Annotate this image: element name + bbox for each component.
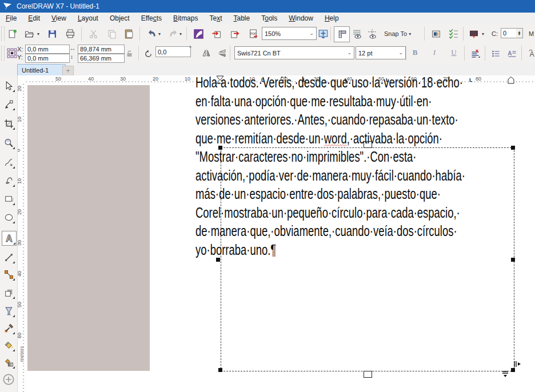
flip-vertical-button[interactable] bbox=[215, 46, 230, 61]
save-button[interactable] bbox=[45, 26, 59, 41]
menu-file[interactable]: File bbox=[0, 13, 22, 23]
dimension-tool[interactable] bbox=[2, 250, 15, 264]
text-alignment-button[interactable] bbox=[468, 46, 482, 61]
print-button[interactable] bbox=[63, 26, 78, 41]
open-button[interactable] bbox=[22, 26, 37, 41]
menu-view[interactable]: View bbox=[46, 13, 72, 23]
ruler-unit-label: meters bbox=[19, 346, 25, 362]
artistic-media-tool[interactable] bbox=[2, 174, 15, 187]
italic-button[interactable]: I bbox=[428, 46, 441, 59]
character-formatting-button[interactable]: A bbox=[525, 46, 535, 61]
font-size-combo[interactable]: 12 pt ⌄ bbox=[356, 46, 406, 59]
c-spinner-arrows[interactable]: ▲▼ bbox=[516, 28, 523, 38]
drop-cap-button[interactable]: A bbox=[504, 46, 519, 61]
fullscreen-preview-button[interactable] bbox=[316, 26, 330, 41]
svg-text:PDF: PDF bbox=[250, 31, 257, 35]
chevron-down-icon: ▾ bbox=[407, 26, 413, 41]
export-button[interactable] bbox=[227, 26, 242, 41]
menu-window[interactable]: Window bbox=[283, 13, 319, 23]
width-icon: ↔ bbox=[70, 45, 75, 51]
menu-bitmaps[interactable]: Bitmaps bbox=[167, 13, 203, 23]
document-tab-untitled-1[interactable]: Untitled-1 bbox=[17, 64, 66, 76]
y-position-input[interactable]: 0,0 mm bbox=[25, 54, 70, 63]
selection-handle-bottom-right[interactable] bbox=[511, 368, 515, 372]
toolbox: A bbox=[0, 75, 18, 392]
color-eyedropper-tool[interactable] bbox=[2, 321, 15, 335]
rectangle-tool-icon bbox=[4, 194, 14, 204]
freehand-tool[interactable] bbox=[2, 155, 15, 169]
menu-layout[interactable]: Layout bbox=[72, 13, 104, 23]
rotate-button[interactable] bbox=[142, 46, 154, 61]
taupe-rectangle-object[interactable] bbox=[27, 85, 150, 371]
fill-tool[interactable] bbox=[2, 338, 15, 352]
drop-shadow-tool[interactable] bbox=[2, 286, 15, 299]
object-height-input[interactable]: 66,369 mm bbox=[78, 54, 125, 63]
toolbar-separator bbox=[330, 27, 331, 41]
position-grid-icon bbox=[7, 48, 17, 58]
text-tool-selected[interactable]: A bbox=[2, 231, 17, 246]
paste-button[interactable] bbox=[121, 26, 136, 41]
underline-button[interactable]: U bbox=[447, 46, 461, 59]
menu-object[interactable]: Object bbox=[104, 13, 135, 23]
treeview-button[interactable] bbox=[446, 26, 461, 41]
show-rulers-toggle[interactable] bbox=[334, 26, 350, 42]
dropcap-icon: A bbox=[507, 49, 517, 58]
title-bar: CorelDRAW X7 - Untitled-1 bbox=[0, 0, 535, 13]
object-width-input[interactable]: 89,874 mm bbox=[78, 45, 125, 54]
options-icon bbox=[431, 29, 441, 39]
text-flow-tab-bottom[interactable] bbox=[364, 371, 372, 378]
open-dropdown-caret[interactable]: ▾ bbox=[35, 26, 41, 41]
zoom-level-combo[interactable]: 150% ⌄ bbox=[262, 27, 317, 40]
menu-help[interactable]: Help bbox=[319, 13, 345, 23]
menu-effects[interactable]: Effects bbox=[135, 13, 167, 23]
redo-dropdown-caret[interactable]: ▾ bbox=[178, 26, 183, 41]
crop-tool[interactable] bbox=[2, 117, 15, 130]
menu-table[interactable]: Table bbox=[228, 13, 256, 23]
paragraph-text[interactable]: Hola·a·todos.·Veréis,·desde·que·uso·la·v… bbox=[195, 73, 516, 259]
snap-to-dropdown[interactable]: Snap To ▾ bbox=[384, 26, 413, 41]
undo-dropdown-caret[interactable]: ▾ bbox=[157, 26, 162, 41]
publish-pdf-button[interactable]: PDF bbox=[246, 26, 261, 41]
lock-ratio-button[interactable] bbox=[123, 46, 135, 61]
shape-tool[interactable] bbox=[2, 97, 15, 111]
search-content-button[interactable] bbox=[191, 26, 206, 41]
show-guidelines-toggle[interactable] bbox=[365, 26, 380, 41]
menu-text[interactable]: Text bbox=[203, 13, 227, 23]
flip-v-icon bbox=[218, 49, 227, 58]
rectangle-tool[interactable] bbox=[2, 192, 15, 206]
options-button[interactable] bbox=[429, 26, 444, 41]
ellipse-tool[interactable] bbox=[2, 210, 15, 224]
pick-tool[interactable] bbox=[2, 79, 15, 93]
interactive-fill-tool[interactable] bbox=[2, 355, 15, 369]
new-document-button[interactable] bbox=[5, 26, 19, 41]
launcher-button[interactable] bbox=[466, 26, 481, 41]
add-tool-button[interactable] bbox=[2, 373, 15, 386]
menu-edit[interactable]: Edit bbox=[22, 13, 46, 23]
expand-v-icon[interactable] bbox=[502, 370, 510, 378]
new-document-tab-button[interactable]: + bbox=[62, 66, 74, 76]
launcher-dropdown-caret[interactable]: ▾ bbox=[480, 26, 486, 41]
bulleted-list-button[interactable] bbox=[488, 46, 503, 61]
property-bar: X: 0,0 mm Y: 0,0 mm ↔ 89,874 mm ↕ 66,369… bbox=[0, 43, 535, 64]
open-icon bbox=[24, 29, 34, 39]
expand-h-icon[interactable] bbox=[513, 361, 521, 367]
import-icon bbox=[211, 29, 222, 39]
object-width-value: 89,874 mm bbox=[80, 46, 111, 53]
connector-tool[interactable] bbox=[2, 267, 15, 281]
rotation-angle-input[interactable]: 0,0 bbox=[155, 46, 191, 57]
undo-icon bbox=[146, 29, 157, 39]
font-list-combo[interactable]: Swis721 Cn BT ⌄ bbox=[234, 46, 354, 59]
bold-button[interactable]: B bbox=[408, 46, 422, 59]
cut-button[interactable] bbox=[86, 26, 101, 41]
zoom-tool[interactable] bbox=[2, 136, 15, 150]
x-position-input[interactable]: 0,0 mm bbox=[25, 45, 70, 54]
window-title: CorelDRAW X7 - Untitled-1 bbox=[17, 2, 99, 10]
show-grid-toggle[interactable] bbox=[350, 26, 365, 41]
flip-horizontal-button[interactable] bbox=[199, 46, 214, 61]
menu-tools[interactable]: Tools bbox=[255, 13, 283, 23]
copy-button[interactable] bbox=[104, 26, 119, 41]
transparency-tool[interactable] bbox=[2, 304, 15, 318]
selection-handle-bottom-left[interactable] bbox=[218, 368, 222, 372]
paragraph-text-line: yo·borraba·uno.¶ bbox=[195, 241, 423, 259]
import-button[interactable] bbox=[209, 26, 224, 41]
